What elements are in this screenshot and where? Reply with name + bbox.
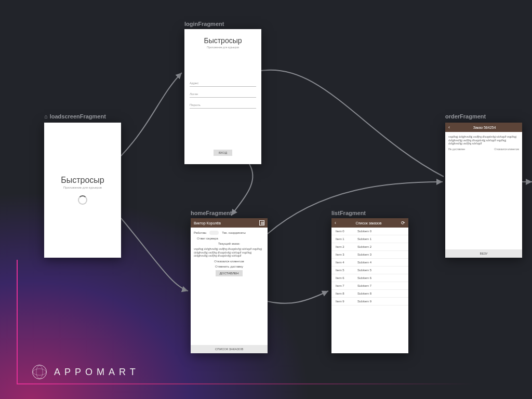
list-item[interactable]: Item 8Subitem 8 [331, 290, 408, 298]
driving-button[interactable]: ВЕЗУ [445, 249, 522, 258]
login-title: Быстросыр [190, 36, 256, 45]
status-not-delivered: Не доставлен [448, 148, 465, 151]
refresh-icon[interactable]: ⟳ [401, 220, 405, 225]
list-appbar: ‹ Список заказов ⟳ [331, 218, 408, 228]
cancel-client-link[interactable]: Отказался клиентом [194, 260, 264, 263]
list-item[interactable]: Item 4Subitem 4 [331, 259, 408, 267]
login-subtitle: Приложение для курьеров [190, 46, 256, 49]
brand-logo-icon [32, 365, 47, 379]
list-title: Список заказов [355, 221, 381, 225]
list-item[interactable]: Item 1Subitem 1 [331, 235, 408, 243]
cancel-delivery-link[interactable]: Отменить доставку [194, 265, 264, 268]
login-button[interactable]: ВХОД [214, 150, 232, 156]
logout-icon[interactable] [259, 220, 264, 225]
delivered-button[interactable]: ДОСТАВЛЕН [216, 270, 243, 276]
list-item[interactable]: Item 5Subitem 5 [331, 267, 408, 274]
coords-label: Тек. координаты [222, 231, 246, 234]
home-icon: ⌂ [44, 113, 48, 119]
home-label-text: homeFragment [191, 210, 232, 216]
order-details: vsgdfsgj dufgjhvsdfgj usdfjhg dfuogsbvfg… [448, 135, 519, 145]
server-label: Ответ сервера [197, 237, 218, 240]
frame-line-vertical [17, 260, 18, 384]
order-label-text: orderFragment [445, 113, 486, 119]
list-item[interactable]: Item 2Subitem 2 [331, 243, 408, 251]
list-item[interactable]: Item 3Subitem 3 [331, 251, 408, 259]
list-body: Item 0Subitem 0Item 1Subitem 1Item 2Subi… [331, 228, 408, 353]
work-toggle[interactable] [209, 231, 219, 235]
home-fragment[interactable]: Виктор Королёв РаботаюТек. координаты От… [191, 218, 268, 353]
order-text: vsgdfsgj dufgjhvsdfgj usdfjhg dfuogsbvfg… [194, 247, 264, 258]
order-title: Заказ 584254 [473, 126, 496, 129]
loadscreen-label: ⌂ loadscreenFragment [44, 113, 106, 119]
brand-text: APPOMART [54, 367, 140, 378]
loadscreen-title: Быстросыр [61, 176, 104, 185]
status-client-refused: Отказался клиентом [494, 148, 519, 151]
loadscreen-fragment[interactable]: Быстросыр Приложение для курьеров [44, 123, 121, 258]
address-field[interactable]: Адрес [190, 80, 256, 87]
back-icon[interactable]: ‹ [335, 220, 336, 225]
password-field[interactable]: Пароль [190, 102, 256, 109]
brand: APPOMART [32, 365, 140, 379]
loadscreen-label-text: loadscreenFragment [50, 113, 106, 119]
login-label: loginFragment [184, 21, 224, 27]
list-fragment[interactable]: ‹ Список заказов ⟳ Item 0Subitem 0Item 1… [331, 218, 408, 353]
frame-line-horizontal [17, 383, 526, 384]
list-item[interactable]: Item 6Subitem 6 [331, 274, 408, 282]
login-label-text: loginFragment [184, 21, 224, 27]
order-list-button[interactable]: СПИСОК ЗАКАЗОВ [191, 345, 268, 353]
list-label-text: listFragment [331, 210, 366, 216]
login-field[interactable]: Логин [190, 91, 256, 98]
order-fragment[interactable]: ‹ Заказ 584254 vsgdfsgj dufgjhvsdfgj usd… [445, 123, 522, 258]
order-appbar: ‹ Заказ 584254 [445, 123, 522, 132]
current-order-heading: Текущий заказ: [194, 242, 264, 245]
login-fragment[interactable]: Быстросыр Приложение для курьеров Адрес … [184, 29, 261, 164]
loadscreen-subtitle: Приложение для курьеров [63, 186, 102, 189]
home-appbar: Виктор Королёв [191, 218, 268, 228]
home-label: homeFragment [191, 210, 232, 216]
list-item[interactable]: Item 9Subitem 9 [331, 298, 408, 305]
back-icon[interactable]: ‹ [448, 125, 450, 130]
order-label: orderFragment [445, 113, 486, 119]
home-user: Виктор Королёв [194, 221, 221, 225]
work-label: Работаю [194, 231, 206, 234]
spinner-icon [78, 195, 87, 205]
list-item[interactable]: Item 7Subitem 7 [331, 282, 408, 290]
list-label: listFragment [331, 210, 366, 216]
list-item[interactable]: Item 0Subitem 0 [331, 228, 408, 235]
